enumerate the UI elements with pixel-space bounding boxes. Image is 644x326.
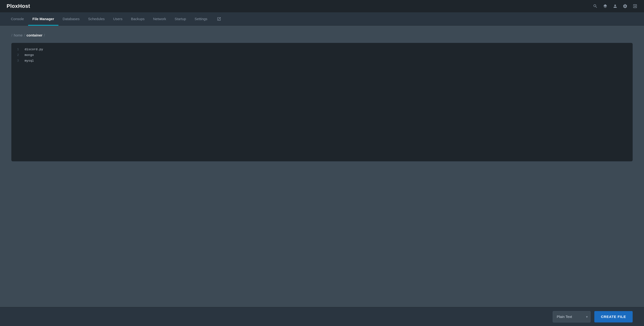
tab-network[interactable]: Network	[149, 12, 170, 26]
topbar: PloxHost	[0, 0, 644, 12]
nav-tabs: Console File Manager Databases Schedules…	[0, 12, 644, 26]
tab-file-manager[interactable]: File Manager	[28, 12, 58, 26]
line-numbers: 1 2 3	[11, 47, 23, 64]
code-line-2: mongo	[24, 52, 631, 58]
main-content: / home / container / 1 2 3 discord.py mo…	[0, 26, 644, 169]
tab-console[interactable]: Console	[6, 12, 28, 26]
code-line-1: discord.py	[24, 47, 631, 52]
app-logo: PloxHost	[6, 3, 30, 9]
breadcrumb-root-sep: /	[11, 33, 12, 37]
code-lines[interactable]: discord.py mongo mysql	[23, 47, 633, 64]
line-number-2: 2	[15, 52, 19, 58]
tab-settings[interactable]: Settings	[190, 12, 212, 26]
layers-icon[interactable]	[603, 4, 608, 9]
tab-schedules[interactable]: Schedules	[84, 12, 109, 26]
line-number-3: 3	[15, 58, 19, 64]
settings-icon[interactable]	[623, 4, 628, 9]
editor-wrapper: 1 2 3 discord.py mongo mysql	[11, 43, 633, 161]
logout-icon[interactable]	[633, 4, 638, 9]
account-icon[interactable]	[613, 4, 618, 9]
tab-databases[interactable]: Databases	[58, 12, 84, 26]
breadcrumb-container: container	[26, 33, 42, 37]
create-file-button[interactable]: CREATE FILE	[594, 311, 633, 322]
plain-text-select-wrapper: Plain Text JavaScript Python JSON YAML X…	[553, 311, 590, 322]
tab-backups[interactable]: Backups	[127, 12, 149, 26]
tab-startup[interactable]: Startup	[170, 12, 190, 26]
code-line-3: mysql	[24, 58, 631, 64]
tab-users[interactable]: Users	[109, 12, 127, 26]
topbar-icons	[593, 4, 638, 9]
tab-external-link[interactable]	[212, 12, 226, 26]
breadcrumb-sep-2: /	[44, 33, 45, 37]
editor-content[interactable]: 1 2 3 discord.py mongo mysql	[11, 43, 633, 68]
breadcrumb-home[interactable]: home	[14, 33, 23, 37]
bottom-toolbar: Plain Text JavaScript Python JSON YAML X…	[0, 307, 644, 326]
line-number-1: 1	[15, 47, 19, 52]
breadcrumb: / home / container /	[11, 33, 633, 37]
search-icon[interactable]	[593, 4, 598, 9]
breadcrumb-sep-1: /	[24, 33, 25, 37]
language-select[interactable]: Plain Text JavaScript Python JSON YAML X…	[553, 311, 590, 322]
